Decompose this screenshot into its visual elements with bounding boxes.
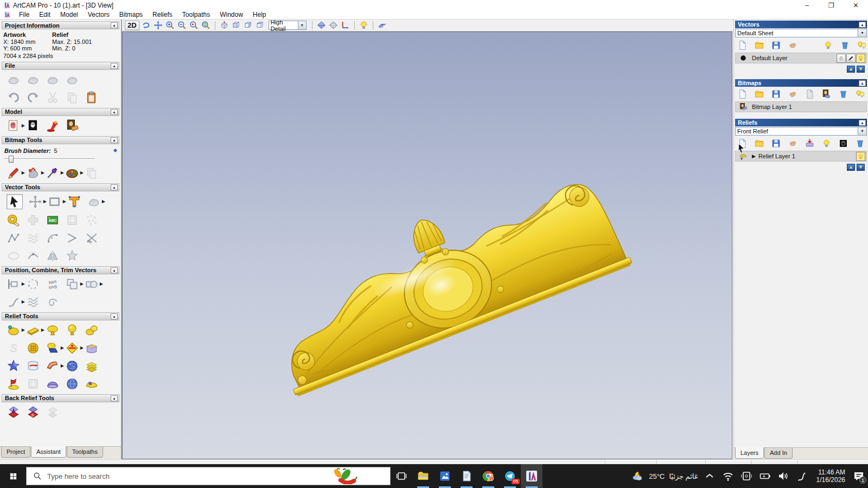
clock[interactable]: 11:46 AM 1/16/2026 (816, 468, 845, 484)
dome-relief-tool[interactable] (46, 377, 60, 391)
open-layer-tool[interactable] (754, 89, 764, 99)
menu-reliefs[interactable]: Reliefs (148, 11, 177, 18)
flyout-arrow-icon[interactable]: ▶ (41, 328, 44, 332)
calculate-relief-tool[interactable]: ▶ (7, 323, 21, 337)
flood-fill-tool[interactable]: ▶ (26, 166, 40, 180)
colour-picker-tool[interactable]: ▶ (46, 166, 60, 180)
menu-window[interactable]: Window (215, 11, 248, 18)
action-center-button[interactable]: 1 (850, 464, 868, 488)
flip-front-back-tool[interactable] (7, 405, 21, 419)
delete-layer-tool[interactable] (838, 89, 848, 99)
chevron-down-icon[interactable]: ▼ (858, 29, 866, 37)
subtract-relief-tool[interactable] (85, 323, 99, 337)
3d-viewport[interactable] (122, 31, 732, 459)
collapse-button[interactable]: ▲ (111, 22, 118, 28)
align-tool[interactable]: ▶ (7, 277, 21, 291)
taskbar-app-artcam[interactable] (521, 464, 542, 488)
turn-wizard-tool[interactable]: ▶ (46, 359, 60, 373)
zoom-previous-tool[interactable] (189, 20, 199, 30)
toggle-all-visibility-tool[interactable] (855, 89, 865, 99)
menu-bitmaps[interactable]: Bitmaps (114, 11, 148, 18)
cast-icon[interactable] (740, 470, 753, 483)
menu-toolpaths[interactable]: Toolpaths (177, 11, 215, 18)
close-button[interactable]: ✕ (844, 0, 868, 10)
lighting-setup-tool[interactable] (46, 119, 60, 133)
rotate-view-tool[interactable] (141, 20, 151, 30)
greyscale-preview-tool[interactable] (838, 138, 848, 149)
create-polyline-tool[interactable] (7, 231, 21, 245)
save-layer-tool[interactable] (771, 89, 781, 99)
group-tool[interactable]: ▶ (65, 277, 79, 291)
flyout-arrow-icon[interactable]: ▶ (22, 282, 25, 286)
network-icon[interactable] (722, 470, 735, 483)
collapse-button[interactable]: ▲ (111, 184, 118, 190)
transform-tool[interactable]: ▶ (28, 195, 42, 209)
menu-file[interactable]: File (14, 11, 34, 18)
angled-plane-tool[interactable] (7, 377, 21, 391)
bitmap-layer-row[interactable]: Bitmap Layer 1 (735, 101, 867, 112)
tab-layers[interactable]: Layers (735, 447, 764, 459)
weather-condition[interactable]: غائم جزئيًا (669, 472, 698, 480)
flyout-arrow-icon[interactable]: ▶ (22, 328, 25, 332)
weather-icon[interactable] (631, 470, 644, 483)
pan-view-tool[interactable] (153, 20, 163, 30)
move-layer-up-button[interactable]: ▲ (847, 164, 855, 171)
select-tool[interactable] (7, 194, 23, 209)
taskbar-search[interactable]: Type here to search (26, 467, 391, 485)
move-layer-up-button[interactable]: ▲ (847, 66, 855, 73)
taskbar-app-file-explorer[interactable] (412, 464, 434, 488)
show-all-tool[interactable] (823, 40, 833, 50)
menu-edit[interactable]: Edit (34, 11, 55, 18)
flyout-arrow-icon[interactable]: ▶ (22, 300, 25, 304)
open-layer-tool[interactable] (754, 138, 764, 149)
paste-relief-tool[interactable]: ▶ (46, 341, 60, 355)
collapse-button[interactable]: ▲ (111, 395, 118, 401)
zoom-objects-tool[interactable] (201, 20, 211, 30)
task-view-button[interactable] (391, 464, 412, 488)
save-layer-tool[interactable] (771, 138, 781, 149)
layer-visibility-button[interactable] (856, 152, 865, 161)
adjust-image-tool[interactable]: ▶ (7, 119, 21, 133)
show-all-tool[interactable] (821, 138, 832, 149)
interactive-trim-tool[interactable] (85, 231, 99, 245)
new-model-tool[interactable] (7, 73, 21, 87)
flyout-arrow-icon[interactable]: ▶ (61, 364, 64, 368)
taskbar-app-photos[interactable] (434, 464, 456, 488)
ink-workspace-icon[interactable] (795, 470, 808, 483)
add-relief-tool[interactable] (65, 323, 79, 337)
save-layer-tool[interactable] (771, 40, 781, 50)
delete-layer-tool[interactable] (840, 40, 850, 50)
fillet-tool[interactable]: ▶ (7, 295, 21, 309)
smooth-relief-tool[interactable] (46, 323, 60, 337)
relief-layer-row[interactable]: ▶ Relief Layer 1 (735, 151, 867, 162)
relief-select[interactable]: Front Relief ▼ (735, 127, 867, 136)
vector-texture-tool[interactable] (65, 249, 79, 263)
flyout-arrow-icon[interactable]: ▶ (43, 200, 47, 204)
center-in-page-tool[interactable] (26, 277, 40, 291)
view-side-tool[interactable] (243, 20, 253, 30)
volume-icon[interactable] (777, 470, 790, 483)
undo-tool[interactable] (7, 91, 21, 105)
chevron-down-icon[interactable]: ▼ (858, 127, 866, 135)
collapse-button[interactable]: ▲ (859, 80, 866, 86)
paste-text-tool[interactable]: ABC (46, 213, 60, 227)
bisect-lines-tool[interactable] (65, 231, 79, 245)
weave-wizard-tool[interactable] (26, 341, 40, 355)
interactive-sculpt-tool[interactable] (377, 20, 387, 30)
layer-colour-button[interactable] (846, 54, 856, 63)
blank-layer-tool[interactable] (805, 89, 815, 99)
brush-diameter-slider[interactable] (4, 155, 117, 163)
collapse-button[interactable]: ▲ (111, 109, 118, 115)
temperature[interactable]: 25°C (649, 472, 665, 480)
menu-model[interactable]: Model (55, 11, 83, 18)
mirror-vectors-tool[interactable] (46, 249, 60, 263)
sheet-select[interactable]: Default Sheet ▼ (735, 29, 867, 37)
weld-tool[interactable]: ▶ (85, 277, 99, 291)
tab-toolpaths[interactable]: Toolpaths (67, 447, 103, 458)
draw-relief-tool[interactable] (316, 20, 327, 30)
flyout-arrow-icon[interactable]: ▶ (22, 124, 25, 128)
lock-layer-button[interactable] (837, 54, 846, 63)
slider-thumb[interactable] (9, 156, 14, 163)
layer-visibility-button[interactable] (856, 54, 865, 63)
collapse-button[interactable]: ▲ (111, 313, 118, 319)
